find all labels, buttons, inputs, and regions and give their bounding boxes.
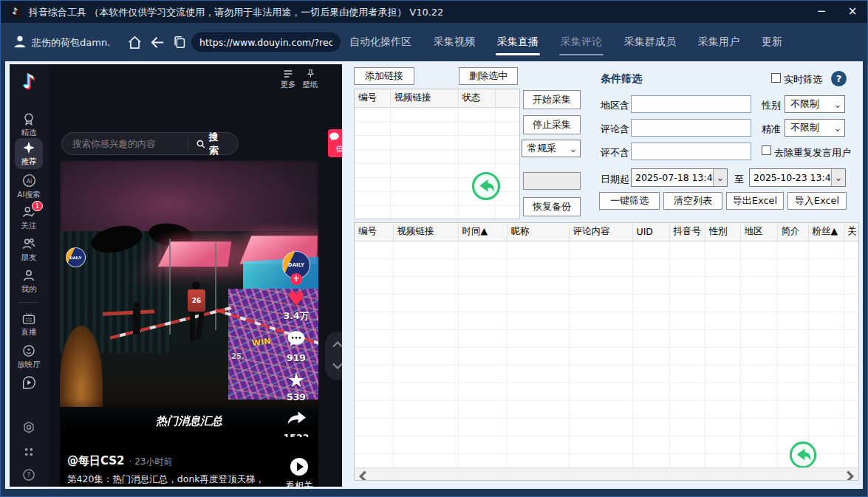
follow-button[interactable]: + — [290, 273, 302, 285]
sidebar-item-following[interactable]: 1 关注 — [10, 205, 48, 231]
channel-avatar[interactable]: DAILY + — [280, 251, 312, 289]
tab-collect-group-members[interactable]: 采集群成员 — [624, 35, 676, 49]
table-row[interactable] — [355, 149, 520, 163]
table-row[interactable] — [355, 383, 859, 400]
gender-select[interactable]: 不限制 ⌄ — [785, 95, 845, 113]
realtime-filter-checkbox[interactable] — [771, 73, 781, 83]
precise-select[interactable]: 不限制 ⌄ — [785, 119, 845, 137]
url-input[interactable] — [191, 32, 341, 52]
scroll-right-icon[interactable] — [844, 470, 856, 481]
share-icon[interactable] — [287, 410, 307, 428]
table-row[interactable] — [355, 241, 859, 258]
undo-restore-icon[interactable] — [471, 171, 501, 201]
restore-backup-button[interactable]: 恢复备份 — [523, 197, 581, 216]
author-handle[interactable]: @每日CS2 — [67, 454, 125, 467]
tab-automation[interactable]: 自动化操作区 — [349, 35, 411, 49]
close-button[interactable]: × — [840, 1, 865, 23]
back-arrow-icon[interactable] — [149, 34, 166, 51]
result-table[interactable]: 编号 视频链接 时间▲ 昵称 评论内容 UID 抖音号 性别 地区 简介 粉丝▲… — [354, 222, 859, 481]
messages-menu[interactable]: 私信 21 — [328, 129, 342, 157]
date-from-picker[interactable]: 2025-07-18 13:46: ⌄ — [631, 168, 728, 187]
minimize-button[interactable]: − — [809, 1, 834, 23]
table-row[interactable] — [355, 107, 520, 121]
sidebar-item-settings[interactable] — [10, 420, 48, 435]
tab-collect-video[interactable]: 采集视频 — [434, 35, 475, 49]
search-button[interactable]: 搜索 — [188, 131, 238, 157]
res-col-douyin-id[interactable]: 抖音号 — [669, 223, 705, 241]
horizontal-scrollbar[interactable] — [355, 467, 858, 480]
sidebar-item-help[interactable]: ? — [10, 467, 48, 482]
table-row[interactable] — [355, 347, 859, 365]
sidebar-item-shorts-logo[interactable] — [10, 374, 48, 391]
chevron-down-icon[interactable]: ⌄ — [831, 169, 845, 186]
scroll-left-icon[interactable] — [357, 470, 369, 481]
delete-selected-button[interactable]: 删除选中 — [459, 67, 518, 85]
chevron-down-icon[interactable]: ⌄ — [713, 169, 727, 186]
table-row[interactable] — [355, 205, 520, 219]
table-row[interactable] — [355, 418, 859, 436]
sidebar-item-cinema[interactable]: 放映厅 — [10, 343, 48, 370]
undo-restore-icon[interactable] — [789, 441, 817, 469]
favorite-icon[interactable]: ★ — [280, 371, 312, 390]
sidebar-item-ai-search[interactable]: Ai AI搜索 — [10, 173, 48, 200]
res-col-time[interactable]: 时间▲ — [458, 223, 507, 241]
wallpaper-menu[interactable]: 壁纸 — [296, 69, 324, 90]
stop-collect-button[interactable]: 停止采集 — [523, 115, 581, 134]
watch-related[interactable]: 看相关 ⋯ — [280, 458, 318, 487]
table-row[interactable] — [355, 258, 859, 276]
clear-list-button[interactable]: 清空列表 — [663, 192, 722, 210]
one-key-filter-button[interactable]: 一键筛选 — [599, 192, 660, 210]
sidebar-item-profile[interactable]: 我的 — [10, 268, 48, 295]
import-excel-button[interactable]: 导入Excel — [787, 192, 847, 210]
table-row[interactable] — [355, 400, 859, 418]
like-icon[interactable]: ♥ — [280, 289, 312, 309]
res-col-region[interactable]: 地区 — [740, 223, 777, 241]
res-col-comment[interactable]: 评论内容 — [569, 223, 632, 241]
table-row[interactable] — [355, 294, 859, 312]
home-icon[interactable] — [126, 34, 143, 51]
res-col-url[interactable]: 视频链接 — [393, 223, 458, 241]
res-col-uid[interactable]: UID — [632, 223, 669, 241]
sidebar-item-friends[interactable]: 朋友 — [10, 236, 48, 263]
link-col-status[interactable]: 状态 — [458, 89, 495, 107]
sidebar-item-apps[interactable] — [10, 445, 48, 459]
add-link-button[interactable]: 添加链接 — [354, 67, 414, 85]
tab-collect-live[interactable]: 采集直播 — [497, 35, 539, 49]
link-col-url[interactable]: 视频链接 — [390, 89, 458, 107]
table-row[interactable] — [355, 365, 859, 383]
prev-video-chevron-icon[interactable] — [332, 340, 342, 348]
region-input[interactable] — [631, 95, 751, 113]
tab-collect-comments[interactable]: 采集评论 — [561, 35, 602, 49]
res-col-bio[interactable]: 简介 — [777, 223, 808, 241]
table-row[interactable] — [355, 329, 859, 347]
collect-mode-select[interactable]: 常规采 ⌄ — [522, 140, 581, 157]
export-excel-button[interactable]: 导出Excel — [726, 192, 784, 210]
tab-collect-users[interactable]: 采集用户 — [698, 35, 739, 49]
date-to-picker[interactable]: 2025-10-23 13:46: ⌄ — [749, 168, 846, 187]
table-row[interactable] — [355, 121, 520, 135]
res-col-follow[interactable]: 关 — [844, 223, 859, 241]
link-col-id[interactable]: 编号 — [355, 89, 390, 107]
tab-update[interactable]: 更新 — [762, 35, 782, 49]
next-video-chevron-icon[interactable] — [332, 363, 342, 370]
dedupe-checkbox[interactable] — [762, 145, 771, 155]
sidebar-item-recommend[interactable]: 推荐 — [10, 140, 48, 167]
res-col-nickname[interactable]: 昵称 — [507, 223, 569, 241]
table-row[interactable] — [355, 436, 859, 453]
table-row[interactable] — [355, 276, 859, 294]
tiktok-logo-icon[interactable]: ♪ — [10, 70, 48, 92]
table-row[interactable] — [355, 135, 520, 149]
filter-help-icon[interactable]: ? — [831, 71, 847, 86]
res-col-gender[interactable]: 性别 — [705, 223, 740, 241]
sidebar-item-featured[interactable]: 精选 — [10, 112, 48, 138]
search-input[interactable] — [62, 138, 188, 149]
res-col-fans[interactable]: 粉丝▲ — [808, 223, 844, 241]
copy-pages-icon[interactable] — [171, 34, 188, 50]
comment-icon[interactable] — [287, 330, 306, 348]
comment-contains-input[interactable] — [631, 119, 751, 137]
res-col-id[interactable]: 编号 — [355, 223, 393, 241]
sidebar-item-live[interactable]: 直播 — [10, 311, 48, 337]
comment-excludes-input[interactable] — [631, 143, 751, 160]
start-collect-button[interactable]: 开始采集 — [523, 90, 581, 109]
table-row[interactable] — [355, 312, 859, 329]
